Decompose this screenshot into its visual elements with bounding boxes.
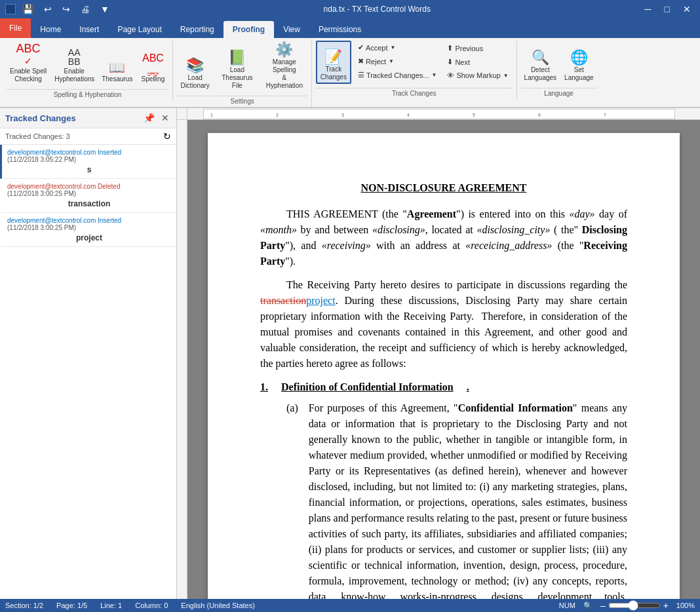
zoom-slider[interactable] <box>608 600 661 611</box>
tab-pagelayout[interactable]: Page Layout <box>108 21 170 38</box>
detect-lang-icon: 🔍 <box>532 50 549 65</box>
tab-permissions[interactable]: Permissions <box>309 21 370 38</box>
load-thesaurus-button[interactable]: 📗 LoadThesaurus File <box>214 48 260 92</box>
reject-button[interactable]: ✖ Reject ▼ <box>354 55 441 67</box>
doc-para-1: THIS AGREEMENT (the "Agreement") is ente… <box>260 206 627 269</box>
quick-save-btn[interactable]: 💾 <box>18 3 37 16</box>
track-changes-button[interactable]: 📝 TrackChanges <box>316 41 351 84</box>
quick-undo-btn[interactable]: ↩ <box>40 3 56 16</box>
count-value: 3 <box>66 132 70 140</box>
panel-item-2[interactable]: development@textcontrol.com Deleted (11/… <box>0 179 176 213</box>
track-changes-icon: 📝 <box>324 50 342 64</box>
load-dict-label: LoadDictionary <box>180 74 209 90</box>
panel-pin-btn[interactable]: 📌 <box>142 112 157 124</box>
tc-right-col: ✔ Accept ▼ ✖ Reject ▼ ☰ Tracked Changes.… <box>354 41 441 84</box>
show-markup-button[interactable]: 👁 Show Markup ▼ <box>443 69 512 81</box>
quick-redo-btn[interactable]: ↪ <box>58 3 74 16</box>
accept-label: Accept <box>366 44 388 52</box>
enable-hyphen-label: EnableHyphenations <box>54 67 94 83</box>
zoom-in-btn[interactable]: + <box>663 600 669 611</box>
heading-1-number: 1. <box>260 379 268 395</box>
doc-title: NON-DISCLOSURE AGREEMENT <box>260 180 627 196</box>
detect-languages-button[interactable]: 🔍 DetectLanguages <box>521 41 560 84</box>
tc-menu-arrow: ▼ <box>431 72 437 78</box>
tab-home[interactable]: Home <box>31 21 70 38</box>
app-icon <box>5 4 16 14</box>
minimize-btn[interactable]: ─ <box>641 3 655 16</box>
maximize-btn[interactable]: □ <box>661 3 674 16</box>
reject-arrow: ▼ <box>389 58 394 64</box>
tracked-changes-menu-button[interactable]: ☰ Tracked Changes... ▼ <box>354 69 441 81</box>
doc-outer: 1 2 3 4 5 6 7 NON-DISCLOSURE AGREEMENT T… <box>177 108 700 612</box>
panel-refresh-btn[interactable]: ↻ <box>163 131 171 142</box>
zoom-slider-container: – + <box>600 600 669 611</box>
item-2-text: transaction <box>7 199 171 208</box>
item-2-date: (11/2/2018 3:00:25 PM) <box>7 190 76 197</box>
titlebar-left: 💾 ↩ ↪ 🖨 ▼ <box>5 3 113 16</box>
previous-button[interactable]: ⬆ Previous <box>443 42 512 54</box>
heading-1-text: Definition of Confidential Information <box>281 379 454 395</box>
tab-file[interactable]: File <box>0 18 31 38</box>
titlebar: 💾 ↩ ↪ 🖨 ▼ nda.tx - TX Text Control Words… <box>0 0 700 18</box>
enable-spell-label: Enable SpellChecking <box>10 67 47 83</box>
reject-label: Reject <box>366 58 386 66</box>
manage-spell-icon: ⚙️ <box>275 43 293 57</box>
tab-view[interactable]: View <box>274 21 309 38</box>
tab-reporting[interactable]: Reporting <box>171 21 224 38</box>
item-2-author: development@textcontrol.com Deleted <box>7 183 120 190</box>
group-spelling-buttons: ABC✓ Enable SpellChecking AABB EnableHyp… <box>7 41 168 88</box>
zoom-out-icon: 🔍 <box>583 602 593 610</box>
spelling-icon: ABC___ <box>142 53 164 74</box>
load-dict-icon: 📚 <box>186 58 204 73</box>
thesaurus-button[interactable]: 📖 Thesaurus <box>98 42 136 85</box>
ribbon-tab-bar: File Home Insert Page Layout Reporting P… <box>0 18 700 38</box>
quick-print-btn[interactable]: 🖨 <box>77 3 94 16</box>
group-lang-buttons: 🔍 DetectLanguages 🌐 SetLanguage <box>521 41 597 86</box>
set-language-button[interactable]: 🌐 SetLanguage <box>561 41 597 84</box>
set-lang-icon: 🌐 <box>570 50 588 65</box>
accept-button[interactable]: ✔ Accept ▼ <box>354 41 441 54</box>
detect-lang-label: DetectLanguages <box>524 66 557 82</box>
spelling-button[interactable]: ABC___ Spelling <box>137 42 168 85</box>
panel-item-3[interactable]: development@textcontrol.com Inserted (11… <box>0 213 176 247</box>
tab-insert[interactable]: Insert <box>70 21 108 38</box>
panel-header-icons: 📌 ✕ <box>142 112 171 124</box>
enable-spell-checking-button[interactable]: ABC✓ Enable SpellChecking <box>7 41 50 85</box>
panel-item-1[interactable]: development@textcontrol.com Inserted (11… <box>0 145 176 179</box>
item-1-date: (11/2/2018 3:05:22 PM) <box>7 156 76 163</box>
tracked-insertion: project <box>306 295 335 306</box>
accept-arrow: ▼ <box>391 45 396 50</box>
track-changes-group-label: Track Changes <box>316 88 513 99</box>
next-button[interactable]: ⬇ Next <box>443 56 512 68</box>
status-page: Page: 1/5 <box>56 602 87 609</box>
settings-group-label: Settings <box>177 96 307 107</box>
group-settings: 📚 LoadDictionary 📗 LoadThesaurus File ⚙️… <box>173 41 311 107</box>
manage-spelling-button[interactable]: ⚙️ Manage Spelling& Hyphenation <box>262 41 307 92</box>
zoom-out-btn[interactable]: – <box>600 600 606 611</box>
panel-close-btn[interactable]: ✕ <box>159 112 171 124</box>
doc-para-2: The Receiving Party hereto desires to pa… <box>260 277 627 372</box>
previous-label: Previous <box>455 45 483 52</box>
set-lang-label: SetLanguage <box>564 66 594 82</box>
show-markup-icon: 👁 <box>447 71 454 79</box>
show-markup-arrow: ▼ <box>503 73 509 79</box>
load-dictionary-button[interactable]: 📚 LoadDictionary <box>177 48 212 92</box>
language-group-label: Language <box>521 88 597 99</box>
sub-para-a-text: For purposes of this Agreement, "Confide… <box>309 400 627 612</box>
spelling-hyphenation-group-label: Spelling & Hyphenation <box>7 89 168 100</box>
quick-more-btn[interactable]: ▼ <box>96 3 113 16</box>
group-settings-buttons: 📚 LoadDictionary 📗 LoadThesaurus File ⚙️… <box>177 41 307 94</box>
window-title: nda.tx - TX Text Control Words <box>113 5 641 14</box>
status-line: Line: 1 <box>100 602 122 609</box>
item-3-text: project <box>7 233 171 242</box>
ribbon: File Home Insert Page Layout Reporting P… <box>0 18 700 108</box>
tab-proofing[interactable]: Proofing <box>224 21 274 38</box>
accept-icon: ✔ <box>358 43 364 52</box>
panel-title: Tracked Changes <box>5 113 76 123</box>
track-changes-label: TrackChanges <box>321 66 347 81</box>
close-btn[interactable]: ✕ <box>679 3 695 16</box>
document-page[interactable]: NON-DISCLOSURE AGREEMENT THIS AGREEMENT … <box>208 133 680 612</box>
load-thes-label: LoadThesaurus File <box>218 66 257 90</box>
document-scroll-area[interactable]: 1 2 3 4 5 6 7 NON-DISCLOSURE AGREEMENT T… <box>187 108 700 612</box>
enable-hyphenations-button[interactable]: AABB EnableHyphenations <box>51 42 97 85</box>
